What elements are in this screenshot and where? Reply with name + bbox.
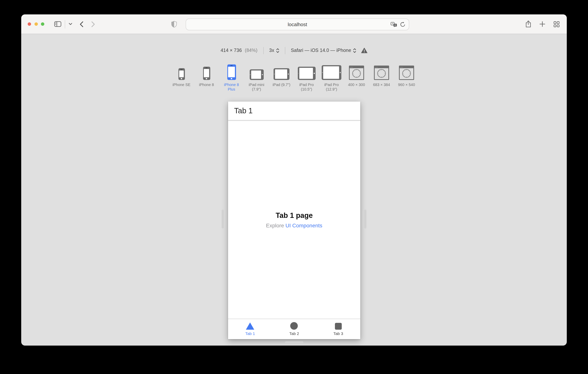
- ui-components-link[interactable]: UI Components: [285, 222, 322, 228]
- viewport-resize-handle-left[interactable]: [222, 210, 224, 228]
- address-bar[interactable]: localhost A A: [186, 19, 409, 30]
- simulated-viewport: Tab 1 Tab 1 page Explore UI Components T…: [228, 102, 360, 339]
- url-text: localhost: [288, 21, 307, 27]
- browser-toolbar: localhost A A: [21, 14, 567, 34]
- back-button[interactable]: [80, 21, 83, 27]
- iphone-se-icon: [178, 68, 185, 80]
- device-preset-ipad-pro-12-9[interactable]: iPad Pro (12.9"): [319, 62, 344, 91]
- translate-icon[interactable]: A A: [391, 22, 397, 27]
- tabbar-item-tab-2[interactable]: Tab 2: [272, 319, 316, 339]
- new-tab-icon[interactable]: [539, 21, 545, 27]
- user-agent-value: Safari — iOS 14.0 — iPhone: [291, 47, 351, 54]
- device-preset-label: iPad mini (7.9"): [245, 83, 268, 91]
- viewport-resize-handle-bottom[interactable]: [285, 342, 304, 343]
- iphone-8-icon: [203, 67, 210, 80]
- traffic-lights: [28, 22, 44, 26]
- user-agent-select[interactable]: Safari — iOS 14.0 — iPhone: [291, 47, 356, 54]
- minimize-button[interactable]: [34, 22, 38, 26]
- browser-window-icon: [349, 65, 364, 80]
- device-preset-ipad-pro-10-5[interactable]: iPad Pro (10.5"): [294, 62, 319, 91]
- pixel-ratio-select[interactable]: 3x: [269, 47, 279, 54]
- sidebar-toggle-button[interactable]: [54, 21, 61, 27]
- device-preset-ipad-mini-7-9[interactable]: iPad mini (7.9"): [244, 62, 269, 91]
- device-preset-label: iPad Pro (10.5"): [295, 83, 318, 91]
- safari-compass-icon: [377, 69, 386, 78]
- warning-icon[interactable]: [361, 48, 368, 53]
- ipad-icon: [273, 68, 289, 80]
- app-navbar: Tab 1: [228, 102, 360, 120]
- device-preset-label: iPhone SE: [173, 83, 190, 87]
- svg-text:A: A: [392, 22, 393, 25]
- device-preset-label: iPhone 8 Plus: [220, 83, 243, 91]
- ipad-pro-10-icon: [298, 67, 315, 80]
- screen: localhost A A: [0, 0, 588, 374]
- square-icon: [335, 323, 342, 330]
- device-preset-iphone-8[interactable]: iPhone 8: [194, 62, 219, 87]
- subtitle-text: Explore: [266, 222, 285, 228]
- viewport-dimensions: 414 × 736: [220, 47, 242, 54]
- safari-compass-icon: [402, 69, 411, 78]
- svg-text:A: A: [394, 24, 396, 26]
- safari-compass-icon: [352, 69, 361, 78]
- device-preset-683-384[interactable]: 683 × 384: [369, 62, 394, 87]
- device-preset-label: 400 × 300: [348, 83, 365, 87]
- divider: [285, 47, 285, 54]
- tabbar-item-tab-1[interactable]: Tab 1: [228, 319, 272, 339]
- ipad-pro-12-icon: [322, 65, 341, 80]
- close-button[interactable]: [28, 22, 31, 26]
- viewport-zoom-percent: (84%): [245, 47, 257, 54]
- device-preset-row: iPhone SEiPhone 8iPhone 8 PlusiPad mini …: [21, 62, 567, 91]
- app-tabbar: Tab 1Tab 2Tab 3: [228, 319, 360, 339]
- share-icon[interactable]: [525, 21, 531, 28]
- device-preset-label: 960 × 540: [398, 83, 415, 87]
- responsive-design-bar: 414 × 736 (84%) 3x Safari — iOS 14.0 — i…: [21, 34, 567, 54]
- device-preset-400-300[interactable]: 400 × 300: [344, 62, 369, 87]
- safari-window: localhost A A: [21, 14, 567, 346]
- device-preset-label: iPad (9.7"): [273, 83, 290, 87]
- tabbar-item-label: Tab 3: [333, 331, 343, 336]
- divider: [65, 20, 65, 28]
- privacy-shield-icon[interactable]: [171, 21, 177, 28]
- iphone-8-plus-icon: [227, 64, 236, 80]
- browser-window-icon: [399, 65, 414, 80]
- ipad-mini-icon: [250, 69, 263, 80]
- divider: [263, 47, 263, 54]
- device-preset-ipad-9-7[interactable]: iPad (9.7"): [269, 62, 294, 87]
- zoom-button[interactable]: [41, 22, 44, 26]
- page-subtitle: Explore UI Components: [266, 222, 322, 228]
- device-preset-960-540[interactable]: 960 × 540: [394, 62, 419, 87]
- app-navbar-title: Tab 1: [234, 107, 253, 115]
- browser-window-icon: [374, 65, 389, 80]
- stepper-icon: [353, 48, 356, 53]
- device-preset-label: iPhone 8: [199, 83, 214, 87]
- tabbar-item-tab-3[interactable]: Tab 3: [316, 319, 360, 339]
- circle-icon: [290, 322, 298, 330]
- tabbar-item-label: Tab 2: [289, 331, 299, 336]
- chevron-down-icon[interactable]: [69, 23, 72, 25]
- device-preset-iphone-8-plus[interactable]: iPhone 8 Plus: [219, 62, 244, 91]
- viewport-resize-handle-right[interactable]: [364, 210, 366, 228]
- pixel-ratio-value: 3x: [269, 47, 274, 54]
- reload-icon[interactable]: [400, 21, 405, 27]
- device-preset-iphone-se[interactable]: iPhone SE: [169, 62, 194, 87]
- page-title: Tab 1 page: [276, 211, 313, 220]
- device-preset-label: iPad Pro (12.9"): [320, 83, 343, 91]
- device-preset-label: 683 × 384: [373, 83, 390, 87]
- forward-button[interactable]: [91, 21, 95, 27]
- triangle-icon: [246, 322, 254, 330]
- stepper-icon: [276, 48, 279, 53]
- tabbar-item-label: Tab 1: [245, 331, 255, 336]
- tab-overview-icon[interactable]: [554, 21, 560, 27]
- app-page-content: Tab 1 page Explore UI Components: [228, 120, 360, 319]
